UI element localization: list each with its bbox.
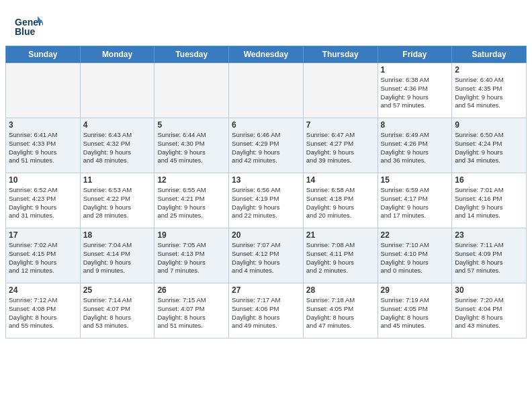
calendar-day-22: 22Sunrise: 7:10 AM Sunset: 4:10 PM Dayli… bbox=[378, 228, 452, 283]
day-info: Sunrise: 6:50 AM Sunset: 4:24 PM Dayligh… bbox=[455, 131, 523, 165]
day-number: 3 bbox=[9, 120, 77, 130]
day-info: Sunrise: 6:58 AM Sunset: 4:18 PM Dayligh… bbox=[306, 186, 375, 220]
calendar-table: SundayMondayTuesdayWednesdayThursdayFrid… bbox=[5, 46, 527, 338]
day-info: Sunrise: 6:38 AM Sunset: 4:36 PM Dayligh… bbox=[381, 76, 449, 110]
day-number: 13 bbox=[232, 175, 300, 185]
day-number: 14 bbox=[306, 175, 375, 185]
calendar-week-row: 3Sunrise: 6:41 AM Sunset: 4:33 PM Daylig… bbox=[6, 118, 527, 173]
calendar-day-27: 27Sunrise: 7:17 AM Sunset: 4:06 PM Dayli… bbox=[229, 283, 304, 338]
day-number: 30 bbox=[455, 285, 523, 295]
day-number: 18 bbox=[83, 230, 152, 240]
day-info: Sunrise: 6:59 AM Sunset: 4:17 PM Dayligh… bbox=[381, 186, 449, 220]
day-number: 10 bbox=[9, 175, 77, 185]
calendar-day-28: 28Sunrise: 7:18 AM Sunset: 4:05 PM Dayli… bbox=[303, 283, 378, 338]
day-number: 7 bbox=[306, 120, 375, 130]
calendar-day-21: 21Sunrise: 7:08 AM Sunset: 4:11 PM Dayli… bbox=[303, 228, 378, 283]
day-number: 25 bbox=[83, 285, 152, 295]
calendar-body: 1Sunrise: 6:38 AM Sunset: 4:36 PM Daylig… bbox=[6, 63, 527, 338]
day-info: Sunrise: 7:19 AM Sunset: 4:05 PM Dayligh… bbox=[381, 296, 449, 330]
day-number: 17 bbox=[9, 230, 77, 240]
day-number: 22 bbox=[381, 230, 449, 240]
day-info: Sunrise: 6:56 AM Sunset: 4:19 PM Dayligh… bbox=[232, 186, 300, 220]
day-number: 29 bbox=[381, 285, 449, 295]
day-info: Sunrise: 7:10 AM Sunset: 4:10 PM Dayligh… bbox=[381, 241, 449, 275]
calendar-day-17: 17Sunrise: 7:02 AM Sunset: 4:15 PM Dayli… bbox=[6, 228, 81, 283]
logo-icon: General Blue bbox=[13, 11, 43, 40]
day-number: 23 bbox=[455, 230, 523, 240]
calendar-day-empty bbox=[6, 63, 81, 118]
calendar-header-row: SundayMondayTuesdayWednesdayThursdayFrid… bbox=[6, 46, 527, 63]
calendar-day-5: 5Sunrise: 6:44 AM Sunset: 4:30 PM Daylig… bbox=[154, 118, 229, 173]
calendar-day-23: 23Sunrise: 7:11 AM Sunset: 4:09 PM Dayli… bbox=[452, 228, 527, 283]
day-info: Sunrise: 6:40 AM Sunset: 4:35 PM Dayligh… bbox=[455, 76, 523, 110]
day-info: Sunrise: 7:15 AM Sunset: 4:07 PM Dayligh… bbox=[157, 296, 226, 330]
calendar-day-1: 1Sunrise: 6:38 AM Sunset: 4:36 PM Daylig… bbox=[378, 63, 452, 118]
calendar-week-row: 17Sunrise: 7:02 AM Sunset: 4:15 PM Dayli… bbox=[6, 228, 527, 283]
day-number: 16 bbox=[455, 175, 523, 185]
day-header-thursday: Thursday bbox=[303, 46, 378, 63]
calendar-day-12: 12Sunrise: 6:55 AM Sunset: 4:21 PM Dayli… bbox=[154, 173, 229, 228]
calendar-day-2: 2Sunrise: 6:40 AM Sunset: 4:35 PM Daylig… bbox=[452, 63, 527, 118]
calendar-day-16: 16Sunrise: 7:01 AM Sunset: 4:16 PM Dayli… bbox=[452, 173, 527, 228]
calendar-day-29: 29Sunrise: 7:19 AM Sunset: 4:05 PM Dayli… bbox=[378, 283, 452, 338]
day-number: 4 bbox=[83, 120, 152, 130]
calendar-day-4: 4Sunrise: 6:43 AM Sunset: 4:32 PM Daylig… bbox=[80, 118, 154, 173]
day-info: Sunrise: 6:46 AM Sunset: 4:29 PM Dayligh… bbox=[232, 131, 300, 165]
day-info: Sunrise: 6:53 AM Sunset: 4:22 PM Dayligh… bbox=[83, 186, 152, 220]
calendar-week-row: 10Sunrise: 6:52 AM Sunset: 4:23 PM Dayli… bbox=[6, 173, 527, 228]
calendar-week-row: 24Sunrise: 7:12 AM Sunset: 4:08 PM Dayli… bbox=[6, 283, 527, 338]
day-info: Sunrise: 7:17 AM Sunset: 4:06 PM Dayligh… bbox=[232, 296, 300, 330]
day-number: 24 bbox=[9, 285, 77, 295]
day-info: Sunrise: 6:55 AM Sunset: 4:21 PM Dayligh… bbox=[157, 186, 226, 220]
day-number: 2 bbox=[455, 65, 523, 75]
day-number: 6 bbox=[232, 120, 300, 130]
calendar-day-9: 9Sunrise: 6:50 AM Sunset: 4:24 PM Daylig… bbox=[452, 118, 527, 173]
svg-text:Blue: Blue bbox=[15, 26, 36, 37]
calendar-day-8: 8Sunrise: 6:49 AM Sunset: 4:26 PM Daylig… bbox=[378, 118, 452, 173]
calendar-day-14: 14Sunrise: 6:58 AM Sunset: 4:18 PM Dayli… bbox=[303, 173, 378, 228]
day-number: 9 bbox=[455, 120, 523, 130]
calendar-wrapper: SundayMondayTuesdayWednesdayThursdayFrid… bbox=[0, 46, 532, 342]
calendar-day-30: 30Sunrise: 7:20 AM Sunset: 4:04 PM Dayli… bbox=[452, 283, 527, 338]
day-info: Sunrise: 6:49 AM Sunset: 4:26 PM Dayligh… bbox=[381, 131, 449, 165]
calendar-day-empty bbox=[229, 63, 304, 118]
calendar-day-15: 15Sunrise: 6:59 AM Sunset: 4:17 PM Dayli… bbox=[378, 173, 452, 228]
day-number: 5 bbox=[157, 120, 226, 130]
day-info: Sunrise: 7:01 AM Sunset: 4:16 PM Dayligh… bbox=[455, 186, 523, 220]
day-info: Sunrise: 6:43 AM Sunset: 4:32 PM Dayligh… bbox=[83, 131, 152, 165]
day-number: 11 bbox=[83, 175, 152, 185]
day-info: Sunrise: 7:05 AM Sunset: 4:13 PM Dayligh… bbox=[157, 241, 226, 275]
day-info: Sunrise: 7:08 AM Sunset: 4:11 PM Dayligh… bbox=[306, 241, 375, 275]
day-number: 8 bbox=[381, 120, 449, 130]
day-number: 21 bbox=[306, 230, 375, 240]
day-header-sunday: Sunday bbox=[6, 46, 81, 63]
day-info: Sunrise: 7:18 AM Sunset: 4:05 PM Dayligh… bbox=[306, 296, 375, 330]
calendar-day-empty bbox=[303, 63, 378, 118]
calendar-day-19: 19Sunrise: 7:05 AM Sunset: 4:13 PM Dayli… bbox=[154, 228, 229, 283]
day-header-wednesday: Wednesday bbox=[229, 46, 304, 63]
day-info: Sunrise: 6:47 AM Sunset: 4:27 PM Dayligh… bbox=[306, 131, 375, 165]
day-number: 15 bbox=[381, 175, 449, 185]
day-number: 26 bbox=[157, 285, 226, 295]
calendar-day-25: 25Sunrise: 7:14 AM Sunset: 4:07 PM Dayli… bbox=[80, 283, 154, 338]
day-info: Sunrise: 6:44 AM Sunset: 4:30 PM Dayligh… bbox=[157, 131, 226, 165]
calendar-day-7: 7Sunrise: 6:47 AM Sunset: 4:27 PM Daylig… bbox=[303, 118, 378, 173]
calendar-day-empty bbox=[154, 63, 229, 118]
day-info: Sunrise: 7:12 AM Sunset: 4:08 PM Dayligh… bbox=[9, 296, 77, 330]
calendar-day-18: 18Sunrise: 7:04 AM Sunset: 4:14 PM Dayli… bbox=[80, 228, 154, 283]
day-info: Sunrise: 6:41 AM Sunset: 4:33 PM Dayligh… bbox=[9, 131, 77, 165]
day-number: 12 bbox=[157, 175, 226, 185]
calendar-day-26: 26Sunrise: 7:15 AM Sunset: 4:07 PM Dayli… bbox=[154, 283, 229, 338]
calendar-day-6: 6Sunrise: 6:46 AM Sunset: 4:29 PM Daylig… bbox=[229, 118, 304, 173]
day-info: Sunrise: 7:04 AM Sunset: 4:14 PM Dayligh… bbox=[83, 241, 152, 275]
day-info: Sunrise: 7:02 AM Sunset: 4:15 PM Dayligh… bbox=[9, 241, 77, 275]
day-number: 1 bbox=[381, 65, 449, 75]
day-number: 19 bbox=[157, 230, 226, 240]
calendar-week-row: 1Sunrise: 6:38 AM Sunset: 4:36 PM Daylig… bbox=[6, 63, 527, 118]
header: General Blue bbox=[0, 0, 532, 46]
day-header-monday: Monday bbox=[80, 46, 154, 63]
day-header-saturday: Saturday bbox=[452, 46, 527, 63]
calendar-day-3: 3Sunrise: 6:41 AM Sunset: 4:33 PM Daylig… bbox=[6, 118, 81, 173]
day-number: 28 bbox=[306, 285, 375, 295]
day-info: Sunrise: 6:52 AM Sunset: 4:23 PM Dayligh… bbox=[9, 186, 77, 220]
